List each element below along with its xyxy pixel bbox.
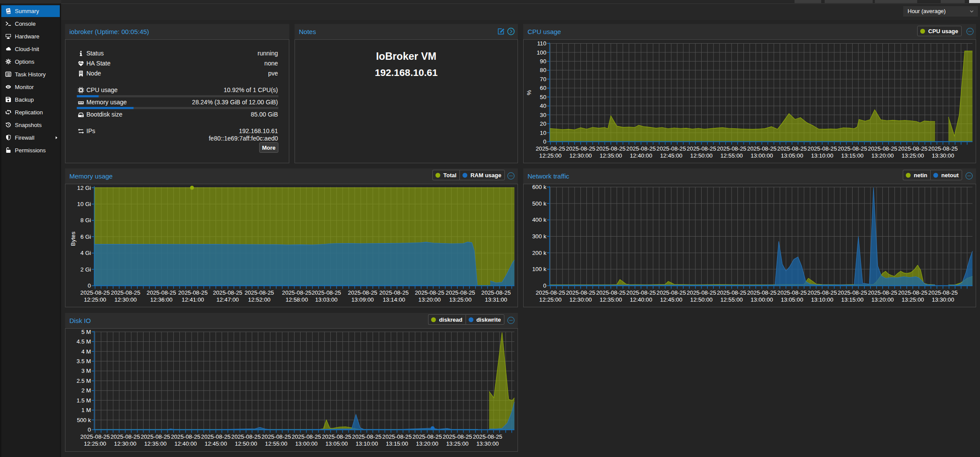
svg-text:12:50:00: 12:50:00 [235, 440, 257, 447]
svg-text:2025-08-25: 2025-08-25 [898, 145, 927, 152]
svg-text:13:20:00: 13:20:00 [871, 152, 894, 159]
svg-text:12:47:00: 12:47:00 [216, 296, 239, 303]
svg-text:12:55:00: 12:55:00 [720, 152, 743, 159]
svg-text:2025-08-25: 2025-08-25 [348, 289, 377, 296]
svg-text:2025-08-25: 2025-08-25 [261, 433, 291, 440]
svg-text:13:00:00: 13:00:00 [750, 152, 773, 159]
svg-text:2025-08-25: 2025-08-25 [178, 289, 207, 296]
svg-text:100 k: 100 k [532, 266, 547, 272]
svg-text:2025-08-25: 2025-08-25 [415, 289, 444, 296]
svg-text:13:10:00: 13:10:00 [811, 296, 833, 303]
svg-text:12:25:00: 12:25:00 [539, 296, 562, 303]
svg-text:20: 20 [540, 120, 546, 127]
svg-text:2025-08-25: 2025-08-25 [412, 433, 442, 440]
svg-text:80: 80 [540, 67, 546, 73]
svg-text:3 M: 3 M [81, 368, 91, 374]
svg-text:13:20:00: 13:20:00 [871, 296, 894, 303]
svg-text:13:10:00: 13:10:00 [356, 440, 378, 447]
svg-text:12:30:00: 12:30:00 [114, 440, 136, 447]
svg-text:13:00:00: 13:00:00 [295, 440, 318, 447]
svg-text:2025-08-25: 2025-08-25 [231, 433, 260, 440]
svg-text:2025-08-25: 2025-08-25 [566, 145, 595, 152]
svg-text:%: % [526, 90, 532, 95]
svg-text:2.5 M: 2.5 M [76, 378, 91, 384]
svg-text:12:35:00: 12:35:00 [144, 440, 167, 447]
svg-text:13:05:00: 13:05:00 [781, 152, 803, 159]
svg-text:2025-08-25: 2025-08-25 [379, 289, 408, 296]
svg-text:12:55:00: 12:55:00 [265, 440, 287, 447]
svg-text:12:45:00: 12:45:00 [205, 440, 227, 447]
svg-text:12:30:00: 12:30:00 [114, 296, 137, 303]
svg-text:12:25:00: 12:25:00 [539, 152, 562, 159]
svg-text:2025-08-25: 2025-08-25 [171, 433, 200, 440]
svg-text:2025-08-25: 2025-08-25 [747, 289, 776, 296]
svg-text:12:25:00: 12:25:00 [84, 296, 106, 303]
svg-text:12:41:00: 12:41:00 [182, 296, 204, 303]
svg-text:13:05:00: 13:05:00 [326, 440, 348, 447]
svg-text:12:40:00: 12:40:00 [630, 152, 652, 159]
svg-text:2025-08-25: 2025-08-25 [536, 145, 565, 152]
svg-text:12:35:00: 12:35:00 [600, 152, 622, 159]
svg-text:13:25:00: 13:25:00 [449, 296, 471, 303]
svg-text:2025-08-25: 2025-08-25 [596, 145, 625, 152]
svg-text:13:25:00: 13:25:00 [901, 296, 924, 303]
svg-text:2025-08-25: 2025-08-25 [213, 289, 242, 296]
svg-text:50: 50 [540, 94, 546, 100]
svg-text:2 M: 2 M [81, 387, 91, 394]
svg-text:500 k: 500 k [532, 200, 547, 207]
svg-text:12:55:00: 12:55:00 [720, 296, 743, 303]
svg-text:13:25:00: 13:25:00 [446, 440, 469, 447]
svg-text:12:36:00: 12:36:00 [150, 296, 172, 303]
svg-text:Bytes: Bytes [70, 231, 76, 246]
svg-text:1 M: 1 M [81, 407, 91, 413]
svg-text:110: 110 [537, 40, 546, 47]
svg-text:2025-08-25: 2025-08-25 [838, 145, 867, 152]
svg-text:2025-08-25: 2025-08-25 [626, 289, 655, 296]
svg-text:4.5 M: 4.5 M [76, 338, 91, 345]
svg-text:600 k: 600 k [532, 184, 547, 190]
svg-text:13:15:00: 13:15:00 [841, 296, 863, 303]
svg-text:2025-08-25: 2025-08-25 [808, 145, 837, 152]
svg-text:2025-08-25: 2025-08-25 [626, 145, 655, 152]
svg-text:70: 70 [540, 76, 546, 82]
svg-text:12:35:00: 12:35:00 [600, 296, 622, 303]
svg-text:12:30:00: 12:30:00 [569, 152, 592, 159]
svg-text:10 Gi: 10 Gi [77, 201, 91, 207]
svg-text:2025-08-25: 2025-08-25 [322, 433, 351, 440]
svg-text:2025-08-25: 2025-08-25 [838, 289, 867, 296]
svg-text:13:25:00: 13:25:00 [901, 152, 924, 159]
svg-text:2025-08-25: 2025-08-25 [808, 289, 837, 296]
svg-text:2025-08-25: 2025-08-25 [717, 289, 746, 296]
svg-text:13:00:00: 13:00:00 [750, 296, 773, 303]
svg-text:13:14:00: 13:14:00 [383, 296, 405, 303]
svg-text:500 k: 500 k [77, 417, 91, 423]
svg-text:12:40:00: 12:40:00 [630, 296, 652, 303]
svg-text:2025-08-25: 2025-08-25 [80, 433, 110, 440]
svg-text:13:03:00: 13:03:00 [315, 296, 337, 303]
svg-text:2025-08-25: 2025-08-25 [445, 289, 475, 296]
svg-text:2025-08-25: 2025-08-25 [657, 145, 686, 152]
svg-text:3.5 M: 3.5 M [76, 358, 91, 364]
svg-text:12 Gi: 12 Gi [77, 185, 91, 191]
svg-text:60: 60 [540, 85, 546, 91]
svg-text:13:20:00: 13:20:00 [418, 296, 441, 303]
svg-text:2025-08-25: 2025-08-25 [536, 289, 565, 296]
svg-text:2025-08-25: 2025-08-25 [717, 145, 746, 152]
svg-text:30: 30 [540, 112, 546, 118]
svg-text:2025-08-25: 2025-08-25 [868, 145, 897, 152]
svg-text:2025-08-25: 2025-08-25 [566, 289, 595, 296]
svg-text:2025-08-25: 2025-08-25 [244, 289, 274, 296]
svg-text:90: 90 [540, 58, 546, 65]
svg-text:12:50:00: 12:50:00 [690, 296, 713, 303]
svg-text:2025-08-25: 2025-08-25 [898, 289, 927, 296]
svg-text:200 k: 200 k [532, 250, 547, 256]
svg-text:2025-08-25: 2025-08-25 [777, 289, 806, 296]
svg-text:2025-08-25: 2025-08-25 [687, 145, 716, 152]
svg-text:13:09:00: 13:09:00 [351, 296, 373, 303]
svg-text:13:20:00: 13:20:00 [416, 440, 438, 447]
svg-text:13:10:00: 13:10:00 [811, 152, 833, 159]
svg-text:1.5 M: 1.5 M [76, 397, 91, 404]
svg-text:2025-08-25: 2025-08-25 [201, 433, 230, 440]
svg-text:0: 0 [88, 426, 91, 433]
svg-text:2025-08-25: 2025-08-25 [147, 289, 176, 296]
